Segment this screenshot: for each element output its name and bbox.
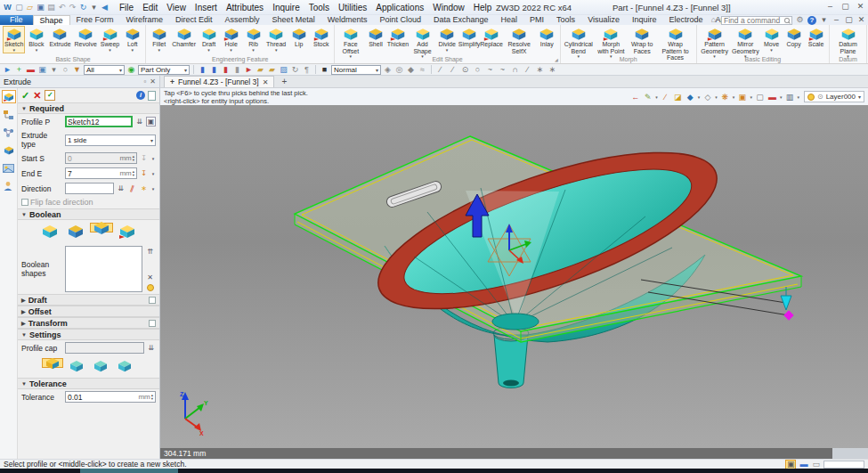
profile-input[interactable]: [68, 118, 130, 126]
polyline-tool-icon[interactable]: ∕: [448, 65, 458, 75]
pick-prev-icon[interactable]: ▮: [209, 65, 219, 75]
dropdown-icon[interactable]: ▾: [12, 48, 15, 52]
start-field[interactable]: 0 mm▴▾: [65, 152, 137, 164]
section-draft[interactable]: ▶Draft: [18, 294, 159, 306]
ribbon-button-extrude[interactable]: Extrude: [47, 26, 72, 50]
dropdown-icon[interactable]: ▾: [446, 48, 449, 52]
ribbon-button-block[interactable]: Block▾: [25, 26, 47, 53]
ribbon-button-move[interactable]: Move▾: [760, 26, 783, 53]
ribbon-button-divide[interactable]: Divide▾: [436, 26, 458, 53]
lasso-pick-icon[interactable]: ○: [61, 65, 70, 75]
ellipse-tool-icon[interactable]: ○: [473, 65, 483, 75]
transform-enable-checkbox[interactable]: [149, 320, 156, 327]
curve-tool-icon[interactable]: ~: [498, 65, 507, 75]
ribbon-button-loft[interactable]: Loft▾: [121, 26, 143, 53]
ribbon-button-inlay[interactable]: Inlay: [536, 26, 558, 50]
drag-tool-icon[interactable]: ∗: [535, 65, 545, 75]
qat-dropdown-icon[interactable]: ▾: [89, 3, 99, 12]
close-panel-icon[interactable]: ✕: [150, 77, 156, 86]
ribbon-tab-tools[interactable]: Tools: [550, 15, 581, 25]
menu-inquire[interactable]: Inquire: [268, 3, 304, 12]
boolean-op-remove[interactable]: [90, 223, 113, 232]
ribbon-button-resolve-selfx[interactable]: Resolve SelfX: [503, 26, 536, 56]
history-tab[interactable]: [2, 108, 16, 121]
assembly-tab[interactable]: [2, 126, 16, 139]
open-sketch-folder-icon[interactable]: ▰: [256, 65, 265, 75]
view-standard-dropdown[interactable]: ▾: [698, 94, 701, 100]
info-icon[interactable]: i: [136, 91, 145, 100]
section-view-dropdown[interactable]: ▾: [780, 94, 783, 100]
dropdown-icon[interactable]: ▾: [207, 48, 210, 52]
ribbon-tab-sheet-metal[interactable]: Sheet Metal: [266, 15, 321, 25]
menu-tools[interactable]: Tools: [304, 3, 334, 12]
back-icon[interactable]: ◀: [100, 3, 110, 12]
remove-pick-icon[interactable]: ▬: [26, 65, 36, 75]
material-swatch-icon[interactable]: ■: [320, 65, 329, 75]
ribbon-tab-electrode[interactable]: Electrode: [663, 15, 710, 25]
print-icon[interactable]: ▤: [46, 3, 56, 12]
view-wireframe-dropdown[interactable]: ▾: [715, 94, 718, 100]
view-standard-icon[interactable]: ◆: [685, 93, 695, 102]
section-settings[interactable]: ▼Settings: [18, 329, 159, 340]
section-required[interactable]: ▼Required: [18, 102, 159, 114]
section-tolerance[interactable]: ▼Tolerance: [18, 378, 159, 389]
boolean-op-intersect[interactable]: [116, 223, 139, 242]
command-search-input[interactable]: [724, 16, 784, 25]
ribbon-button-simplify[interactable]: Simplify: [458, 26, 481, 50]
dropdown-icon[interactable]: ▾: [36, 48, 38, 52]
settings-gear-icon[interactable]: ⚙: [795, 15, 805, 25]
draft-enable-checkbox[interactable]: [149, 297, 156, 304]
ribbon-button-sketch[interactable]: Sketch▾: [3, 26, 25, 53]
section-offset[interactable]: ▶Offset: [18, 306, 159, 317]
scope-select[interactable]: Part Only▾: [138, 65, 190, 75]
visual-tab[interactable]: [2, 161, 16, 175]
layer-visibility-icon[interactable]: [807, 94, 815, 101]
pin-panel-icon[interactable]: ▫: [143, 77, 146, 86]
ribbon-button-lip[interactable]: Lip: [288, 26, 310, 50]
menu-utilities[interactable]: Utilities: [334, 3, 371, 12]
minimize-icon[interactable]: –: [825, 2, 835, 12]
render-mode-1-icon[interactable]: ◈: [383, 65, 393, 75]
direction-pick-icon[interactable]: ⇊: [116, 183, 126, 193]
segment-tool-icon[interactable]: ∕: [523, 65, 532, 75]
tolerance-field[interactable]: 0.01 mm▴▾: [65, 391, 156, 403]
filter-flag-icon[interactable]: ▼: [72, 65, 82, 75]
background-icon[interactable]: ▥: [784, 93, 794, 102]
ribbon-tab-wireframe[interactable]: Wireframe: [120, 15, 170, 25]
profile-field[interactable]: [65, 116, 133, 127]
ribbon-button-wrap-to-faces[interactable]: Wrap to Faces: [628, 26, 657, 56]
menu-view[interactable]: View: [162, 3, 191, 12]
line-tool-icon[interactable]: ∕: [435, 65, 445, 75]
dropdown-icon[interactable]: ▾: [275, 48, 278, 52]
open-file-icon[interactable]: ▱: [25, 3, 35, 12]
dropdown-icon[interactable]: ▾: [230, 48, 232, 52]
new-file-icon[interactable]: ▢: [14, 3, 24, 12]
annotation-icon[interactable]: ¶: [302, 65, 312, 75]
menu-attributes[interactable]: Attributes: [222, 3, 268, 12]
boolean-shapes-list[interactable]: [65, 246, 142, 292]
capture-icon[interactable]: ▨: [279, 65, 288, 75]
pick-next-icon[interactable]: ▮: [221, 65, 231, 75]
ribbon-button-sweep[interactable]: Sweep▾: [99, 26, 121, 53]
arc-tool-icon[interactable]: ∩: [510, 65, 520, 75]
extrude-type-select[interactable]: 1 side▾: [65, 135, 156, 146]
ribbon-button-shell[interactable]: Shell: [364, 26, 386, 50]
ribbon-tab-shape[interactable]: Shape: [33, 15, 70, 25]
dropdown-icon[interactable]: ▾: [131, 48, 134, 52]
apply-button[interactable]: ✓: [45, 90, 55, 101]
document-tab[interactable]: + Funnel 4.Z3 - [Funnel 3] ✕: [164, 76, 274, 87]
boolean-delete-icon[interactable]: ✕: [145, 273, 155, 282]
pick-mode-hand-dropdown[interactable]: ▾: [655, 94, 658, 100]
boolean-op-base[interactable]: [38, 223, 61, 242]
profile-cap-end-cap[interactable]: [90, 358, 111, 376]
profile-cap-field[interactable]: [65, 342, 144, 354]
direction-field[interactable]: [65, 183, 114, 194]
profile-cap-open[interactable]: [42, 358, 63, 368]
ribbon-tab-heal[interactable]: Heal: [495, 15, 524, 25]
ribbon-tab-point-cloud[interactable]: Point Cloud: [374, 15, 428, 25]
profile-cap-start-cap[interactable]: [66, 358, 87, 376]
ribbon-tab-data-exchange[interactable]: Data Exchange: [427, 15, 495, 25]
help-icon[interactable]: ?: [807, 16, 816, 25]
ribbon-button-chamfer[interactable]: Chamfer: [170, 26, 198, 50]
menu-window[interactable]: Window: [428, 3, 469, 12]
